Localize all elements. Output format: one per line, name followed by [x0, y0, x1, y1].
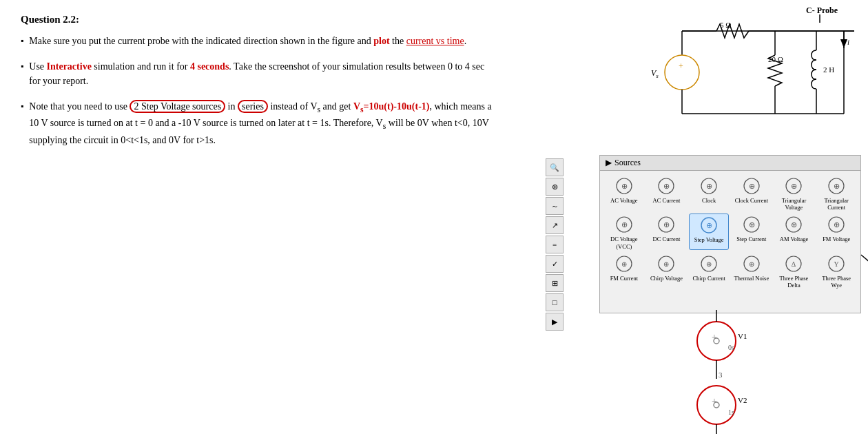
dc-voltage-item[interactable]: ⊕ DC Voltage (VCC) [604, 214, 644, 249]
clock-icon: ⊕ [698, 175, 720, 197]
clock-current-item[interactable]: ⊕ Clock Current [732, 175, 772, 211]
svg-text:⊕: ⊕ [834, 182, 840, 190]
clock-label: Clock [702, 197, 716, 204]
chirp-current-label: Chirp Current [692, 275, 725, 282]
tri-current-item[interactable]: ⊕ Triangular Current [816, 175, 856, 211]
bullet3-text: Note that you need to use 2 Step Voltage… [29, 99, 497, 147]
toolbar-grid[interactable]: ⊞ [546, 274, 564, 292]
fm-current-item[interactable]: ⊕ FM Current [604, 253, 644, 289]
dc-current-label: DC Current [653, 236, 681, 242]
step-current-item[interactable]: ⊕ Step Current [732, 214, 772, 249]
chirp-current-icon: ⊕ [698, 253, 720, 275]
triangle-icon: ▶ [606, 158, 612, 168]
main-container: Question 2.2: Make sure you put the curr… [0, 0, 868, 447]
svg-text:⊕: ⊕ [706, 221, 712, 229]
toolbar-connect[interactable]: = [546, 236, 564, 253]
svg-text:⊕: ⊕ [663, 182, 670, 190]
toolbar-arrow[interactable]: ↗ [546, 216, 564, 234]
toolbar-right[interactable]: ▶ [546, 313, 564, 331]
svg-text:⊕: ⊕ [621, 260, 627, 268]
svg-text:⊕: ⊕ [621, 220, 627, 229]
svg-point-13 [665, 55, 699, 90]
thermal-noise-icon: ⊕ [741, 253, 763, 275]
svg-text:+: + [712, 332, 717, 342]
svg-text:⊕: ⊕ [706, 260, 712, 268]
right-content: C- Probe 5 Ω i 20 Ω 2 H [524, 0, 868, 447]
ac-current-item[interactable]: ⊕ AC Current [647, 175, 687, 211]
svg-text:⊕: ⊕ [748, 220, 754, 229]
list-item: Make sure you put the current probe with… [21, 34, 503, 48]
fm-voltage-label: FM Voltage [823, 236, 850, 242]
seconds-label: 4 seconds [190, 61, 229, 72]
svg-text:⊕: ⊕ [791, 182, 797, 190]
sources-grid: ⊕ AC Voltage ⊕ AC Current ⊕ Clock [600, 171, 860, 293]
three-phase-wye-label: Three Phase Wye [816, 275, 856, 289]
thermal-noise-item[interactable]: ⊕ Thermal Noise [732, 253, 772, 289]
chirp-current-item[interactable]: ⊕ Chirp Current [689, 253, 729, 289]
three-phase-wye-icon: Y [825, 253, 847, 275]
v2-label: V2 [738, 396, 747, 404]
step-voltage-icon: ⊕ [698, 214, 720, 236]
list-item: Note that you need to use 2 Step Voltage… [21, 99, 503, 147]
svg-text:Δ: Δ [792, 260, 796, 268]
svg-text:⊕: ⊕ [706, 182, 712, 190]
svg-text:⊕: ⊕ [748, 182, 754, 190]
svg-text:⊕: ⊕ [663, 220, 670, 229]
inductor-label: 2 H [823, 65, 834, 74]
ac-voltage-item[interactable]: ⊕ AC Voltage [604, 175, 644, 211]
fm-voltage-icon: ⊕ [825, 214, 847, 236]
v1-time: 0s [728, 344, 734, 351]
dc-current-item[interactable]: ⊕ DC Current [647, 214, 687, 249]
dc-voltage-icon: ⊕ [613, 214, 635, 236]
circled-2step: 2 Step Voltage sources [130, 100, 225, 113]
plot-bold: plot [373, 36, 389, 46]
three-phase-delta-item[interactable]: Δ Three Phase Delta [774, 253, 814, 289]
step-voltage-label: Step Voltage [694, 236, 724, 243]
toolbar-box[interactable]: □ [546, 293, 564, 311]
current-i-label: i [847, 38, 849, 46]
v1-label: V1 [738, 332, 747, 340]
toolbar-wire[interactable]: ～ [546, 197, 564, 215]
bullet2-text: Use Interactive simulation and run it fo… [29, 59, 497, 88]
schematic-svg: + V1 0s 3 + V2 1s [679, 303, 754, 437]
fm-voltage-item[interactable]: ⊕ FM Voltage [816, 214, 856, 249]
svg-text:Y: Y [834, 260, 839, 268]
svg-text:+: + [712, 396, 717, 406]
ac-current-label: AC Current [653, 197, 681, 204]
ac-current-icon: ⊕ [655, 175, 677, 197]
chirp-voltage-item[interactable]: ⊕ Chirp Voltage [647, 253, 687, 289]
question-title: Question 2.2: [21, 14, 503, 25]
v1-value: 3 [719, 371, 723, 379]
tri-voltage-label: Triangular Voltage [774, 197, 814, 211]
clock-current-label: Clock Current [735, 197, 768, 204]
tri-voltage-item[interactable]: ⊕ Triangular Voltage [774, 175, 814, 211]
sources-panel: ▶ Sources ⊕ AC Voltage ⊕ AC Current [599, 155, 861, 313]
clock-item[interactable]: ⊕ Clock [689, 175, 729, 211]
am-voltage-item[interactable]: ⊕ AM Voltage [774, 214, 814, 249]
chirp-voltage-icon: ⊕ [655, 253, 677, 275]
sources-header: ▶ Sources [600, 156, 860, 171]
step-current-label: Step Current [736, 236, 766, 242]
ac-voltage-icon: ⊕ [613, 175, 635, 197]
clock-current-icon: ⊕ [741, 175, 763, 197]
toolbar-check[interactable]: ✓ [546, 255, 564, 273]
bullet1-text: Make sure you put the current probe with… [29, 34, 466, 48]
toolbar-search[interactable]: 🔍 [546, 158, 564, 176]
dc-current-icon: ⊕ [655, 214, 677, 236]
three-phase-wye-item[interactable]: Y Three Phase Wye [816, 253, 856, 289]
svg-text:⊕: ⊕ [834, 220, 840, 229]
formula-label: Vs=10u(t)-10u(t-1) [353, 101, 430, 112]
dc-voltage-label: DC Voltage (VCC) [604, 236, 644, 249]
tri-current-icon: ⊕ [825, 175, 847, 197]
am-voltage-label: AM Voltage [780, 236, 808, 242]
schematic-area: + V1 0s 3 + V2 1s [679, 303, 761, 441]
toolbar-add[interactable]: ⊕ [546, 178, 564, 196]
interactive-label: Interactive [47, 61, 92, 72]
left-content: Question 2.2: Make sure you put the curr… [0, 0, 524, 447]
three-phase-delta-icon: Δ [783, 253, 805, 275]
thermal-noise-label: Thermal Noise [734, 275, 769, 282]
svg-text:⊕: ⊕ [749, 260, 754, 268]
step-voltage-item[interactable]: ⊕ Step Voltage [689, 214, 729, 249]
plus-sign: + [679, 61, 683, 71]
step-current-icon: ⊕ [741, 214, 763, 236]
